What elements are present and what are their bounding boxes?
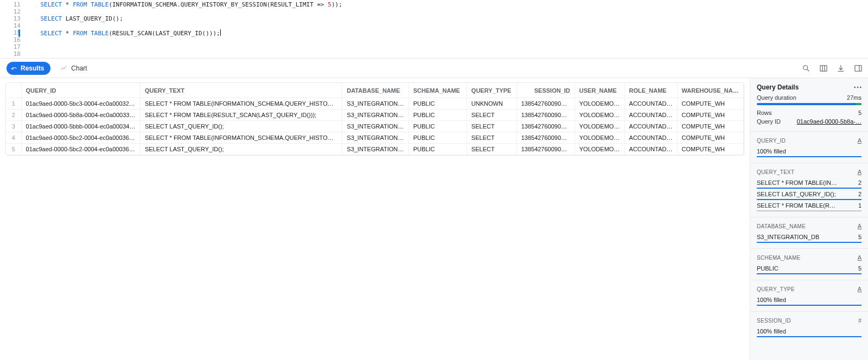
more-icon[interactable]: ⋯ (853, 85, 863, 89)
columns-icon[interactable] (819, 64, 828, 73)
detail-card-name: QUERY_ID (757, 138, 786, 144)
col-header-session_id[interactable]: SESSION_ID (517, 83, 575, 98)
results-tab-label: Results (21, 65, 44, 72)
rows-value: 5 (858, 110, 861, 116)
search-icon[interactable] (802, 64, 810, 73)
cell-role_name[interactable]: ACCOUNTADMIN (625, 98, 678, 110)
detail-value-row[interactable]: 100% filled (757, 297, 861, 306)
detail-card-query_text: QUERY_TEXT A SELECT * FROM TABLE(INFOR…2… (750, 163, 868, 217)
col-header-query_type[interactable]: QUERY_TYPE (467, 83, 517, 98)
cell-query_text[interactable]: SELECT * FROM TABLE(RESULT_SCAN(LAST_QUE… (141, 110, 342, 121)
table-row[interactable]: 101ac9aed-0000-5bc3-0004-ec0a000320beSEL… (6, 98, 744, 110)
cell-session_id[interactable]: 1385427600904198 (517, 98, 575, 110)
col-header-database_name[interactable]: DATABASE_NAME (342, 83, 409, 98)
cell-session_id[interactable]: 1385427600904198 (517, 144, 575, 155)
cell-user_name[interactable]: YOLODEMONEW (575, 121, 625, 132)
chart-tab[interactable]: Chart (60, 65, 87, 72)
duration-label: Query duration (757, 94, 796, 101)
editor-code[interactable]: SELECT * FROM TABLE(INFORMATION_SCHEMA.Q… (26, 1, 868, 58)
cell-warehouse_name[interactable]: COMPUTE_WH (678, 110, 744, 121)
cell-user_name[interactable]: YOLODEMONEW (575, 144, 625, 155)
cell-query_type[interactable]: SELECT (467, 132, 517, 144)
results-grid-container[interactable]: QUERY_IDQUERY_TEXTDATABASE_NAMESCHEMA_NA… (0, 78, 750, 360)
table-row[interactable]: 301ac9aed-0000-5bbb-0004-ec0a0003409aSEL… (6, 121, 744, 132)
cell-role_name[interactable]: ACCOUNTADMIN (625, 110, 678, 121)
cell-schema_name[interactable]: PUBLIC (409, 132, 467, 144)
cell-schema_name[interactable]: PUBLIC (409, 144, 467, 155)
duration-bar (757, 103, 861, 105)
qid-label: Query ID (757, 118, 781, 125)
type-icon: # (858, 317, 861, 324)
col-header-warehouse_name[interactable]: WAREHOUSE_NAME (678, 83, 744, 98)
col-header-user_name[interactable]: USER_NAME (575, 83, 625, 98)
sql-editor[interactable]: 11 12 13 14 15 16 17 18 SELECT * FROM TA… (0, 0, 868, 59)
panel-toggle-icon[interactable] (854, 64, 863, 73)
table-row[interactable]: 401ac9aed-0000-5bc2-0004-ec0a0003607aSEL… (6, 132, 744, 144)
cell-role_name[interactable]: ACCOUNTADMIN (625, 144, 678, 155)
row-number: 5 (6, 144, 22, 155)
qid-link[interactable]: 01ac9aed-0000-5b8a-… (797, 118, 861, 125)
detail-value-row[interactable]: SELECT LAST_QUERY_ID();2 (757, 191, 861, 200)
detail-value-row[interactable]: S3_INTEGRATION_DB5 (757, 234, 861, 243)
detail-card-query_id: QUERY_ID A 100% filled (750, 131, 868, 163)
download-icon[interactable] (837, 64, 845, 73)
results-toolbar (802, 64, 863, 73)
row-number: 2 (6, 110, 22, 121)
cell-query_id[interactable]: 01ac9aed-0000-5bc3-0004-ec0a000320be (22, 98, 141, 110)
results-tab[interactable]: Results (7, 62, 50, 75)
cell-query_type[interactable]: SELECT (467, 110, 517, 121)
cell-query_type[interactable]: SELECT (467, 144, 517, 155)
row-number: 3 (6, 121, 22, 132)
cell-database_name[interactable]: S3_INTEGRATION_DB (342, 144, 409, 155)
detail-card-query_type: QUERY_TYPE A 100% filled (750, 280, 868, 311)
cell-session_id[interactable]: 1385427600904198 (517, 132, 575, 144)
cell-database_name[interactable]: S3_INTEGRATION_DB (342, 98, 409, 110)
cell-user_name[interactable]: YOLODEMONEW (575, 132, 625, 144)
cell-query_id[interactable]: 01ac9aed-0000-5bbb-0004-ec0a0003409a (22, 121, 141, 132)
detail-card-name: QUERY_TEXT (757, 169, 795, 175)
detail-value-row[interactable]: 100% filled (757, 328, 861, 337)
type-icon: A (858, 137, 861, 144)
col-header-role_name[interactable]: ROLE_NAME (625, 83, 678, 98)
cell-warehouse_name[interactable]: COMPUTE_WH (678, 132, 744, 144)
cell-role_name[interactable]: ACCOUNTADMIN (625, 121, 678, 132)
cell-database_name[interactable]: S3_INTEGRATION_DB (342, 121, 409, 132)
cell-query_id[interactable]: 01ac9aed-0000-5b8a-0004-ec0a000330a6 (22, 110, 141, 121)
table-row[interactable]: 201ac9aed-0000-5b8a-0004-ec0a000330a6SEL… (6, 110, 744, 121)
detail-card-schema_name: SCHEMA_NAME A PUBLIC5 (750, 248, 868, 280)
cell-query_id[interactable]: 01ac9aed-0000-5bc2-0004-ec0a00036072 (22, 144, 141, 155)
cell-schema_name[interactable]: PUBLIC (409, 110, 467, 121)
cell-warehouse_name[interactable]: COMPUTE_WH (678, 144, 744, 155)
detail-card-name: QUERY_TYPE (757, 286, 795, 292)
col-header-query_id[interactable]: QUERY_ID (22, 83, 141, 98)
cell-session_id[interactable]: 1385427600904198 (517, 110, 575, 121)
cell-database_name[interactable]: S3_INTEGRATION_DB (342, 110, 409, 121)
cell-query_type[interactable]: SELECT (467, 121, 517, 132)
col-header-schema_name[interactable]: SCHEMA_NAME (409, 83, 467, 98)
cell-user_name[interactable]: YOLODEMONEW (575, 98, 625, 110)
results-grid[interactable]: QUERY_IDQUERY_TEXTDATABASE_NAMESCHEMA_NA… (5, 82, 744, 156)
cell-schema_name[interactable]: PUBLIC (409, 98, 467, 110)
cell-warehouse_name[interactable]: COMPUTE_WH (678, 121, 744, 132)
cell-schema_name[interactable]: PUBLIC (409, 121, 467, 132)
cell-warehouse_name[interactable]: COMPUTE_WH (678, 98, 744, 110)
cell-role_name[interactable]: ACCOUNTADMIN (625, 132, 678, 144)
cell-session_id[interactable]: 1385427600904198 (517, 121, 575, 132)
type-icon: A (858, 223, 861, 229)
cell-user_name[interactable]: YOLODEMONEW (575, 110, 625, 121)
col-header-query_text[interactable]: QUERY_TEXT (141, 83, 342, 98)
cell-query_id[interactable]: 01ac9aed-0000-5bc2-0004-ec0a0003607a (22, 132, 141, 144)
detail-card-name: SCHEMA_NAME (757, 255, 801, 261)
detail-value-row[interactable]: 100% filled (757, 148, 861, 157)
table-row[interactable]: 501ac9aed-0000-5bc2-0004-ec0a00036072SEL… (6, 144, 744, 155)
cell-database_name[interactable]: S3_INTEGRATION_DB (342, 132, 409, 144)
detail-value-row[interactable]: PUBLIC5 (757, 265, 861, 274)
cell-query_text[interactable]: SELECT * FROM TABLE(INFORMATION_SCHEMA.Q… (141, 98, 342, 110)
cell-query_type[interactable]: UNKNOWN (467, 98, 517, 110)
duration-value: 27ms (847, 94, 861, 101)
detail-value-row[interactable]: SELECT * FROM TABLE(RESUL…1 (757, 202, 861, 211)
cell-query_text[interactable]: SELECT LAST_QUERY_ID(); (141, 121, 342, 132)
cell-query_text[interactable]: SELECT LAST_QUERY_ID(); (141, 144, 342, 155)
cell-query_text[interactable]: SELECT * FROM TABLE(INFORMATION_SCHEMA.Q… (141, 132, 342, 144)
detail-value-row[interactable]: SELECT * FROM TABLE(INFOR…2 (757, 179, 861, 189)
